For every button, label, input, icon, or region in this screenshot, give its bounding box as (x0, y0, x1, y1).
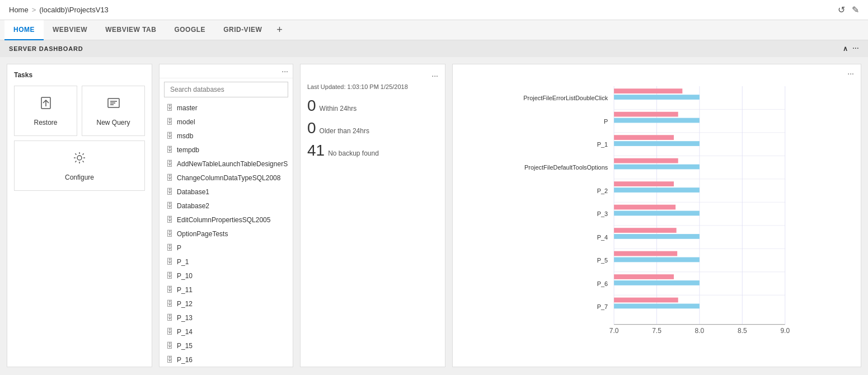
database-icon: 🗄 (166, 341, 173, 350)
svg-point-6 (77, 156, 82, 160)
svg-text:P_7: P_7 (597, 303, 608, 310)
svg-text:P_2: P_2 (597, 187, 608, 194)
db-item-name: tempdb (177, 146, 199, 154)
db-item-name: AddNewTableLaunchTableDesignerS (177, 160, 288, 168)
svg-rect-42 (614, 228, 677, 233)
refresh-icon[interactable]: ↺ (838, 4, 845, 15)
db-list-item[interactable]: 🗄model (159, 115, 293, 129)
db-item-name: master (177, 104, 198, 112)
db-list-item[interactable]: 🗄Database2 (159, 199, 293, 213)
backup-stat-nobackup: 41 No backup found (307, 142, 438, 160)
db-list-item[interactable]: 🗄AddNewTableLaunchTableDesignerS (159, 157, 293, 171)
section-more-icon[interactable]: ··· (852, 45, 859, 53)
edit-icon[interactable]: ✎ (852, 4, 859, 15)
restore-icon (38, 95, 54, 114)
tab-bar: HOME WEBVIEW WEBVIEW TAB GOOGLE GRID-VIE… (0, 20, 868, 40)
svg-rect-51 (614, 280, 700, 285)
svg-rect-50 (614, 274, 674, 279)
tab-webview-tab[interactable]: WEBVIEW TAB (96, 20, 165, 40)
section-header-actions: ∧ ··· (843, 45, 859, 53)
db-list-item[interactable]: 🗄P_13 (159, 311, 293, 325)
breadcrumb-path: (localdb)\ProjectsV13 (39, 6, 109, 14)
tab-home[interactable]: HOME (4, 20, 44, 40)
db-list-item[interactable]: 🗄ChangeColumnDataTypeSQL2008 (159, 171, 293, 185)
db-list-item[interactable]: 🗄master (159, 101, 293, 115)
search-databases-input[interactable] (164, 82, 288, 97)
db-item-name: ChangeColumnDataTypeSQL2008 (177, 174, 280, 182)
db-item-name: P_15 (177, 342, 193, 350)
databases-panel: ··· 🗄master🗄model🗄msdb🗄tempdb🗄AddNewTabl… (159, 64, 293, 367)
databases-more-icon[interactable]: ··· (281, 67, 288, 76)
svg-rect-26 (614, 135, 674, 140)
breadcrumb: Home > (localdb)\ProjectsV13 (9, 6, 109, 14)
db-item-name: Database2 (177, 202, 209, 210)
breadcrumb-separator: > (32, 6, 36, 14)
tab-google[interactable]: GOOGLE (165, 20, 214, 40)
svg-rect-31 (614, 165, 700, 170)
db-item-name: model (177, 118, 195, 126)
database-icon: 🗄 (166, 313, 173, 322)
database-icon: 🗄 (166, 215, 173, 224)
backup-stat-older24: 0 Older than 24hrs (307, 119, 438, 137)
db-item-name: Database1 (177, 188, 209, 196)
db-list-item[interactable]: 🗄P_15 (159, 339, 293, 353)
databases-panel-header: ··· (159, 64, 293, 78)
section-collapse-icon[interactable]: ∧ (843, 45, 848, 53)
backup-more-icon[interactable]: ··· (431, 71, 438, 80)
database-icon: 🗄 (166, 285, 173, 294)
db-list-item[interactable]: 🗄tempdb (159, 143, 293, 157)
database-icon: 🗄 (166, 243, 173, 252)
svg-text:P: P (604, 118, 608, 125)
tasks-title: Tasks (14, 71, 145, 79)
backup-label-older24: Older than 24hrs (320, 127, 369, 135)
svg-rect-47 (614, 257, 700, 262)
db-list-item[interactable]: 🗄P_10 (159, 269, 293, 283)
svg-rect-19 (614, 88, 682, 93)
tab-grid-view[interactable]: GRID-VIEW (214, 20, 271, 40)
database-icon: 🗄 (166, 160, 173, 168)
db-item-name: P (177, 244, 181, 252)
configure-button[interactable]: Configure (14, 140, 145, 191)
db-list-item[interactable]: 🗄P_1 (159, 255, 293, 269)
db-list-item[interactable]: 🗄EditColumnPropertiesSQL2005 (159, 213, 293, 227)
db-list-item[interactable]: 🗄OptionPageTests (159, 227, 293, 241)
new-query-button[interactable]: New Query (82, 86, 145, 136)
section-header: SERVER DASHBOARD ∧ ··· (0, 40, 868, 57)
backup-number-within24: 0 (307, 97, 316, 115)
svg-text:7.5: 7.5 (652, 327, 661, 335)
db-list-item[interactable]: 🗄Database1 (159, 185, 293, 199)
backup-stat-within24: 0 Within 24hrs (307, 97, 438, 115)
configure-icon (72, 150, 87, 169)
svg-text:8.5: 8.5 (738, 327, 747, 335)
breadcrumb-home[interactable]: Home (9, 6, 29, 14)
restore-button[interactable]: Restore (14, 86, 77, 136)
chart-svg: 7.07.58.08.59.0ProjectFileErrorListDoubl… (459, 80, 854, 367)
backup-number-nobackup: 41 (307, 142, 325, 160)
db-list-item[interactable]: 🗄msdb (159, 129, 293, 143)
svg-rect-20 (614, 95, 700, 100)
svg-rect-30 (614, 158, 678, 163)
tab-webview[interactable]: WEBVIEW (44, 20, 96, 40)
database-icon: 🗄 (166, 104, 173, 112)
top-bar-actions: ↺ ✎ (838, 4, 859, 15)
svg-text:9.0: 9.0 (780, 327, 790, 335)
db-list-item[interactable]: 🗄P_14 (159, 325, 293, 339)
chart-more-icon[interactable]: ··· (847, 69, 854, 78)
svg-rect-54 (614, 298, 678, 303)
db-list-item[interactable]: 🗄P_17 (159, 367, 293, 367)
db-list-item[interactable]: 🗄P (159, 241, 293, 255)
database-icon: 🗄 (166, 146, 173, 154)
db-item-name: P_11 (177, 286, 193, 294)
db-item-name: P_14 (177, 328, 193, 336)
new-query-icon (106, 95, 121, 114)
db-item-name: OptionPageTests (177, 230, 228, 238)
backup-timestamp: Last Updated: 1:03:10 PM 1/25/2018 (307, 83, 438, 90)
database-icon: 🗄 (166, 229, 173, 238)
db-list-item[interactable]: 🗄P_16 (159, 353, 293, 367)
db-list-item[interactable]: 🗄P_11 (159, 283, 293, 297)
tab-add-button[interactable]: + (271, 20, 288, 40)
configure-label: Configure (65, 174, 94, 181)
database-icon: 🗄 (166, 118, 173, 126)
svg-rect-39 (614, 211, 700, 216)
db-list-item[interactable]: 🗄P_12 (159, 297, 293, 311)
